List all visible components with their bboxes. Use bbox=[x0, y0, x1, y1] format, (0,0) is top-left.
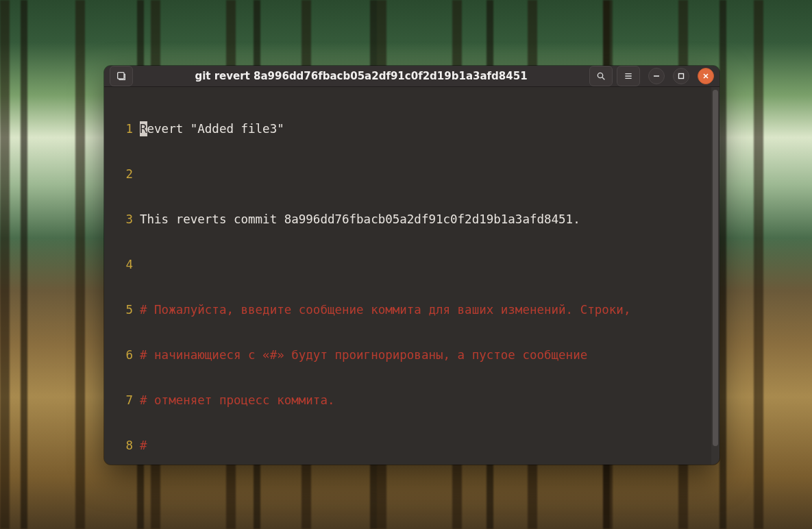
search-button[interactable] bbox=[589, 66, 613, 86]
blank-line bbox=[140, 167, 714, 182]
window-controls bbox=[648, 68, 714, 84]
line-number: 3 bbox=[110, 212, 140, 227]
comment-line: # отменяет процесс коммита. bbox=[140, 393, 714, 408]
close-button[interactable] bbox=[698, 68, 714, 84]
line-number: 6 bbox=[110, 347, 140, 362]
terminal-window: git revert 8a996dd76fbacb05a2df91c0f2d19… bbox=[104, 66, 719, 465]
line-number: 4 bbox=[110, 257, 140, 272]
line-number: 8 bbox=[110, 438, 140, 453]
new-tab-button[interactable] bbox=[110, 66, 133, 86]
comment-line: # начинающиеся с «#» будут проигнорирова… bbox=[140, 347, 714, 362]
comment-line: # bbox=[140, 438, 714, 453]
scrollbar[interactable] bbox=[711, 87, 719, 465]
maximize-button[interactable] bbox=[673, 68, 689, 84]
terminal-editor[interactable]: 1Revert "Added file3" 2 3This reverts co… bbox=[104, 87, 719, 465]
comment-line: # Пожалуйста, введите сообщение коммита … bbox=[140, 302, 714, 317]
line-number: 7 bbox=[110, 393, 140, 408]
blank-line bbox=[140, 257, 714, 272]
text-cursor: R bbox=[140, 121, 147, 136]
line-number: 2 bbox=[110, 167, 140, 182]
editor-lines: 1Revert "Added file3" 2 3This reverts co… bbox=[110, 91, 714, 465]
window-title: git revert 8a996dd76fbacb05a2df91c0f2d19… bbox=[137, 70, 585, 82]
minimize-button[interactable] bbox=[648, 68, 665, 84]
scrollbar-thumb[interactable] bbox=[713, 90, 718, 446]
line-number: 1 bbox=[110, 121, 140, 136]
line-number: 5 bbox=[110, 302, 140, 317]
commit-title: evert "Added file3" bbox=[147, 122, 284, 136]
svg-point-1 bbox=[598, 73, 602, 77]
svg-rect-2 bbox=[679, 74, 684, 79]
titlebar[interactable]: git revert 8a996dd76fbacb05a2df91c0f2d19… bbox=[104, 66, 719, 87]
hamburger-menu-button[interactable] bbox=[617, 66, 640, 86]
revert-info: This reverts commit 8a996dd76fbacb05a2df… bbox=[140, 212, 714, 227]
svg-rect-0 bbox=[118, 73, 124, 79]
